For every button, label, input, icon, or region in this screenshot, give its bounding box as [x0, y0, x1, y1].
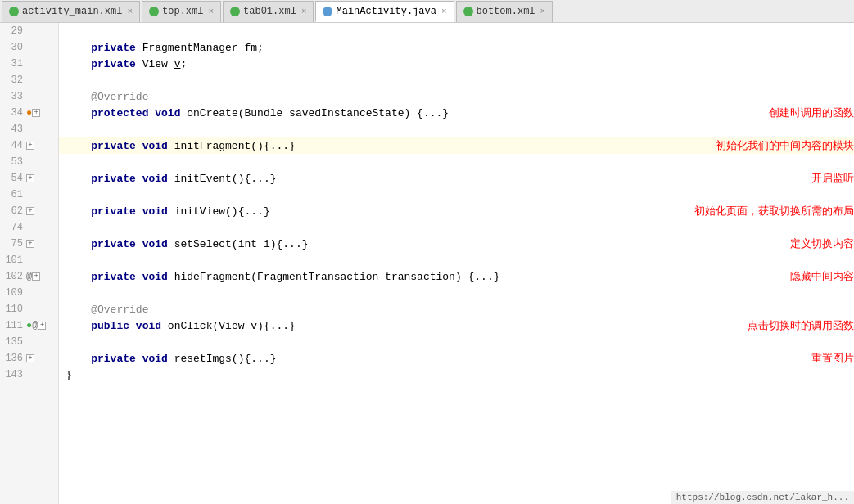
gutter-icons-62: + [26, 207, 49, 215]
annotation-102: 隐藏中间内容 [790, 269, 854, 284]
gutter-icons-44: + [26, 142, 49, 150]
fold-btn-136[interactable]: + [26, 354, 34, 362]
line-num-110: 110 [0, 304, 26, 315]
annotation-44: 初始化我们的中间内容的模块 [716, 138, 854, 153]
line-num-75: 75 [0, 238, 26, 250]
tab-bottom[interactable]: bottom.xml × [456, 1, 554, 22]
code-line-74 [59, 219, 854, 236]
gutter-row-29: 29 [0, 23, 58, 39]
keyword-void-62: void [142, 205, 168, 218]
gutter-row-143: 143 [0, 367, 58, 383]
keyword-private-102: private [91, 271, 136, 283]
code-content-75: private void setSelect(int i){...} [66, 238, 774, 250]
code-line-33: @Override [59, 88, 854, 105]
code-content-136: private void resetImgs(){...} [66, 353, 795, 365]
code-content-110: @Override [66, 304, 854, 316]
code-content-30: private FragmentManager fm; [66, 42, 854, 54]
code-content-33: @Override [66, 91, 854, 103]
tab-bar: activity_main.xml × top.xml × tab01.xml … [0, 0, 854, 23]
tab-top[interactable]: top.xml × [142, 1, 221, 22]
code-line-61 [59, 187, 854, 203]
keyword-private-62: private [91, 205, 136, 218]
xml-icon [9, 7, 19, 16]
gutter-row-111: 111 ● @ + [0, 317, 58, 334]
line-num-29: 29 [0, 25, 26, 37]
tab-label-top: top.xml [162, 6, 203, 17]
bookmark-green-111: ● [26, 320, 32, 331]
gutter-icons-111: ● @ + [26, 320, 49, 331]
keyword-void-111: void [136, 320, 161, 332]
code-line-62: private void initView(){...} 初始化页面，获取切换所… [59, 203, 854, 219]
tab-close-activity-main[interactable]: × [127, 7, 133, 16]
keyword-void-44: void [142, 140, 168, 152]
code-line-111: public void onClick(View v){...} 点击切换时的调… [59, 317, 854, 334]
keyword-void-136: void [142, 353, 168, 365]
status-bar: https://blog.csdn.net/lakar_h... [671, 491, 854, 504]
tab-activity-main[interactable]: activity_main.xml × [2, 1, 140, 22]
line-num-44: 44 [0, 140, 26, 151]
gutter-row-109: 109 [0, 285, 58, 301]
tab-label-activity-main: activity_main.xml [22, 6, 122, 17]
tab-tab01[interactable]: tab01.xml × [223, 1, 314, 22]
tab-close-mainactivity[interactable]: × [441, 7, 447, 16]
gutter-row-31: 31 [0, 56, 58, 72]
at-marker-111: @ [32, 320, 38, 331]
fold-btn-102[interactable]: + [32, 272, 40, 281]
keyword-private: private [91, 42, 136, 54]
gutter-row-30: 30 [0, 39, 58, 56]
gutter-icons-34: ● + [26, 107, 49, 119]
code-line-102: private void hideFragment(FragmentTransa… [59, 268, 854, 285]
code-line-43 [59, 121, 854, 137]
code-line-30: private FragmentManager fm; [59, 39, 854, 56]
line-num-54: 54 [0, 173, 26, 184]
gutter-row-135: 135 [0, 334, 58, 350]
line-num-143: 143 [0, 369, 26, 380]
override-annotation-33: @Override [91, 91, 148, 103]
code-content-143: } [66, 369, 854, 381]
annotation-62: 初始化页面，获取切换所需的布局 [694, 204, 854, 218]
keyword-private-136: private [91, 353, 136, 365]
code-content-62: private void initView(){...} [66, 205, 678, 218]
override-annotation-110: @Override [91, 304, 148, 316]
code-content-44: private void initFragment(){...} [66, 140, 699, 152]
tab-mainactivity[interactable]: MainActivity.java × [315, 1, 454, 22]
line-num-31: 31 [0, 58, 26, 70]
gutter-row-32: 32 [0, 72, 58, 88]
xml-icon-tab01 [230, 7, 240, 16]
fold-btn-54[interactable]: + [26, 174, 34, 182]
keyword-void-75: void [142, 238, 168, 250]
tab-label-bottom: bottom.xml [477, 6, 535, 17]
annotation-34: 创建时调用的函数 [769, 106, 854, 120]
gutter-icons-75: + [26, 240, 49, 248]
gutter-row-74: 74 [0, 219, 58, 236]
tab-close-tab01[interactable]: × [301, 7, 307, 16]
code-line-110: @Override [59, 301, 854, 317]
keyword-private-54: private [91, 173, 136, 185]
annotation-54: 开启监听 [811, 171, 854, 186]
fold-btn-75[interactable]: + [26, 240, 34, 248]
code-line-53 [59, 154, 854, 170]
xml-icon-bottom [463, 7, 473, 16]
line-num-111: 111 [0, 320, 26, 331]
gutter-row-62: 62 + [0, 203, 58, 219]
fold-btn-111[interactable]: + [38, 322, 46, 330]
fold-btn-62[interactable]: + [26, 207, 34, 215]
tab-close-bottom[interactable]: × [540, 7, 546, 16]
gutter-row-53: 53 [0, 154, 58, 170]
tab-close-top[interactable]: × [208, 7, 214, 16]
gutter: 29 30 31 32 33 34 ● + [0, 23, 59, 504]
gutter-row-75: 75 + [0, 236, 58, 252]
gutter-row-110: 110 [0, 301, 58, 317]
code-content-111: public void onClick(View v){...} [66, 320, 731, 332]
line-num-32: 32 [0, 74, 26, 86]
code-line-109 [59, 285, 854, 301]
annotation-111: 点击切换时的调用函数 [748, 318, 854, 333]
keyword-public-111: public [91, 320, 129, 332]
status-url: https://blog.csdn.net/lakar_h... [676, 493, 849, 502]
gutter-row-43: 43 [0, 121, 58, 137]
line-num-43: 43 [0, 124, 26, 135]
keyword-private-75: private [91, 238, 136, 250]
gutter-icons-136: + [26, 354, 49, 362]
fold-btn-34[interactable]: + [32, 109, 40, 117]
fold-btn-44[interactable]: + [26, 142, 34, 150]
